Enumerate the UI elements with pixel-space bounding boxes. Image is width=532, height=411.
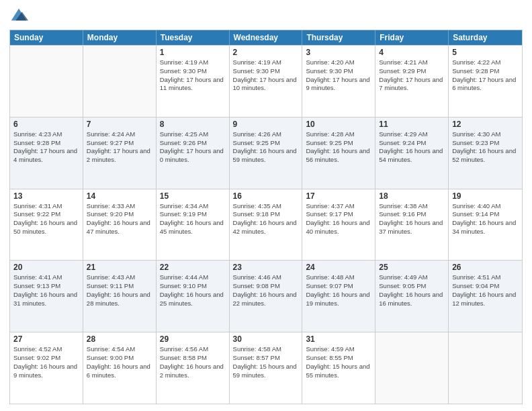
day-number: 26 — [452, 263, 519, 272]
day-number: 1 — [160, 48, 226, 57]
calendar-cell: 15Sunrise: 4:34 AM Sunset: 9:19 PM Dayli… — [157, 189, 230, 261]
day-info: Sunrise: 4:23 AM Sunset: 9:28 PM Dayligh… — [13, 130, 79, 165]
day-number: 3 — [306, 48, 371, 57]
calendar-row: 27Sunrise: 4:52 AM Sunset: 9:02 PM Dayli… — [10, 332, 522, 404]
day-number: 13 — [13, 191, 79, 201]
calendar-cell: 30Sunrise: 4:58 AM Sunset: 8:57 PM Dayli… — [230, 332, 303, 404]
day-info: Sunrise: 4:48 AM Sunset: 9:07 PM Dayligh… — [306, 273, 371, 308]
calendar-cell: 23Sunrise: 4:46 AM Sunset: 9:08 PM Dayli… — [230, 261, 303, 332]
calendar-cell: 9Sunrise: 4:26 AM Sunset: 9:25 PM Daylig… — [230, 118, 303, 189]
calendar-row: 13Sunrise: 4:31 AM Sunset: 9:22 PM Dayli… — [10, 189, 522, 261]
day-info: Sunrise: 4:38 AM Sunset: 9:16 PM Dayligh… — [379, 202, 445, 236]
day-info: Sunrise: 4:29 AM Sunset: 9:24 PM Dayligh… — [379, 130, 445, 165]
day-info: Sunrise: 4:21 AM Sunset: 9:29 PM Dayligh… — [379, 58, 445, 93]
day-number: 11 — [379, 120, 445, 129]
calendar-cell: 8Sunrise: 4:25 AM Sunset: 9:26 PM Daylig… — [157, 118, 230, 189]
day-info: Sunrise: 4:52 AM Sunset: 9:02 PM Dayligh… — [13, 345, 79, 379]
weekday-header: Thursday — [302, 30, 375, 45]
calendar-cell: 13Sunrise: 4:31 AM Sunset: 9:22 PM Dayli… — [10, 189, 83, 261]
calendar-cell: 29Sunrise: 4:56 AM Sunset: 8:58 PM Dayli… — [157, 332, 230, 404]
day-info: Sunrise: 4:49 AM Sunset: 9:05 PM Dayligh… — [379, 273, 445, 308]
weekday-header: Friday — [375, 30, 449, 45]
calendar-cell: 28Sunrise: 4:54 AM Sunset: 9:00 PM Dayli… — [83, 332, 157, 404]
day-number: 28 — [87, 334, 152, 344]
day-info: Sunrise: 4:19 AM Sunset: 9:30 PM Dayligh… — [233, 58, 299, 93]
page: SundayMondayTuesdayWednesdayThursdayFrid… — [0, 0, 532, 411]
calendar-cell — [10, 46, 83, 117]
weekday-header: Saturday — [449, 30, 522, 45]
day-number: 21 — [87, 263, 152, 272]
day-info: Sunrise: 4:28 AM Sunset: 9:25 PM Dayligh… — [306, 130, 371, 165]
calendar-cell: 26Sunrise: 4:51 AM Sunset: 9:04 PM Dayli… — [449, 261, 522, 332]
calendar-cell: 11Sunrise: 4:29 AM Sunset: 9:24 PM Dayli… — [375, 118, 449, 189]
day-number: 19 — [452, 191, 519, 201]
calendar-cell: 16Sunrise: 4:35 AM Sunset: 9:18 PM Dayli… — [230, 189, 303, 261]
day-info: Sunrise: 4:56 AM Sunset: 8:58 PM Dayligh… — [160, 345, 226, 379]
calendar-cell: 10Sunrise: 4:28 AM Sunset: 9:25 PM Dayli… — [302, 118, 375, 189]
calendar-cell — [83, 46, 157, 117]
day-number: 29 — [160, 334, 226, 344]
day-info: Sunrise: 4:34 AM Sunset: 9:19 PM Dayligh… — [160, 202, 226, 236]
day-number: 22 — [160, 263, 226, 272]
day-info: Sunrise: 4:25 AM Sunset: 9:26 PM Dayligh… — [160, 130, 226, 165]
calendar-cell: 24Sunrise: 4:48 AM Sunset: 9:07 PM Dayli… — [302, 261, 375, 332]
day-number: 18 — [379, 191, 445, 201]
day-number: 10 — [306, 120, 371, 129]
calendar-cell: 5Sunrise: 4:22 AM Sunset: 9:28 PM Daylig… — [449, 46, 522, 117]
calendar-row: 1Sunrise: 4:19 AM Sunset: 9:30 PM Daylig… — [10, 45, 522, 117]
day-number: 16 — [233, 191, 299, 201]
calendar-cell: 7Sunrise: 4:24 AM Sunset: 9:27 PM Daylig… — [83, 118, 157, 189]
day-info: Sunrise: 4:26 AM Sunset: 9:25 PM Dayligh… — [233, 130, 299, 165]
calendar-cell: 14Sunrise: 4:33 AM Sunset: 9:20 PM Dayli… — [83, 189, 157, 261]
calendar-cell: 27Sunrise: 4:52 AM Sunset: 9:02 PM Dayli… — [10, 332, 83, 404]
weekday-header: Monday — [83, 30, 157, 45]
day-number: 9 — [233, 120, 299, 129]
day-number: 15 — [160, 191, 226, 201]
day-info: Sunrise: 4:44 AM Sunset: 9:10 PM Dayligh… — [160, 273, 226, 308]
weekday-header: Sunday — [10, 30, 83, 45]
day-info: Sunrise: 4:22 AM Sunset: 9:28 PM Dayligh… — [452, 58, 519, 93]
day-info: Sunrise: 4:46 AM Sunset: 9:08 PM Dayligh… — [233, 273, 299, 308]
calendar-body: 1Sunrise: 4:19 AM Sunset: 9:30 PM Daylig… — [10, 45, 522, 404]
calendar-cell: 20Sunrise: 4:41 AM Sunset: 9:13 PM Dayli… — [10, 261, 83, 332]
calendar-cell: 18Sunrise: 4:38 AM Sunset: 9:16 PM Dayli… — [375, 189, 449, 261]
calendar-cell: 25Sunrise: 4:49 AM Sunset: 9:05 PM Dayli… — [375, 261, 449, 332]
day-info: Sunrise: 4:35 AM Sunset: 9:18 PM Dayligh… — [233, 202, 299, 236]
weekday-header: Tuesday — [157, 30, 230, 45]
day-info: Sunrise: 4:37 AM Sunset: 9:17 PM Dayligh… — [306, 202, 371, 236]
day-info: Sunrise: 4:33 AM Sunset: 9:20 PM Dayligh… — [87, 202, 152, 236]
logo — [9, 7, 31, 26]
calendar-row: 6Sunrise: 4:23 AM Sunset: 9:28 PM Daylig… — [10, 117, 522, 189]
day-number: 8 — [160, 120, 226, 129]
day-info: Sunrise: 4:30 AM Sunset: 9:23 PM Dayligh… — [452, 130, 519, 165]
day-number: 2 — [233, 48, 299, 57]
calendar-header: SundayMondayTuesdayWednesdayThursdayFrid… — [10, 30, 522, 45]
calendar-cell: 31Sunrise: 4:59 AM Sunset: 8:55 PM Dayli… — [302, 332, 375, 404]
calendar-cell: 4Sunrise: 4:21 AM Sunset: 9:29 PM Daylig… — [375, 46, 449, 117]
day-info: Sunrise: 4:41 AM Sunset: 9:13 PM Dayligh… — [13, 273, 79, 308]
weekday-header: Wednesday — [230, 30, 303, 45]
logo-icon — [9, 7, 28, 26]
day-info: Sunrise: 4:24 AM Sunset: 9:27 PM Dayligh… — [87, 130, 152, 165]
calendar-cell: 17Sunrise: 4:37 AM Sunset: 9:17 PM Dayli… — [302, 189, 375, 261]
calendar-cell — [375, 332, 449, 404]
day-number: 14 — [87, 191, 152, 201]
day-number: 23 — [233, 263, 299, 272]
calendar-cell: 12Sunrise: 4:30 AM Sunset: 9:23 PM Dayli… — [449, 118, 522, 189]
day-number: 27 — [13, 334, 79, 344]
calendar: SundayMondayTuesdayWednesdayThursdayFrid… — [9, 30, 523, 404]
day-info: Sunrise: 4:58 AM Sunset: 8:57 PM Dayligh… — [233, 345, 299, 379]
day-info: Sunrise: 4:54 AM Sunset: 9:00 PM Dayligh… — [87, 345, 152, 379]
calendar-cell: 21Sunrise: 4:43 AM Sunset: 9:11 PM Dayli… — [83, 261, 157, 332]
calendar-cell: 1Sunrise: 4:19 AM Sunset: 9:30 PM Daylig… — [157, 46, 230, 117]
day-number: 4 — [379, 48, 445, 57]
day-info: Sunrise: 4:19 AM Sunset: 9:30 PM Dayligh… — [160, 58, 226, 93]
day-number: 31 — [306, 334, 371, 344]
day-info: Sunrise: 4:20 AM Sunset: 9:30 PM Dayligh… — [306, 58, 371, 93]
calendar-cell — [449, 332, 522, 404]
calendar-cell: 3Sunrise: 4:20 AM Sunset: 9:30 PM Daylig… — [302, 46, 375, 117]
day-number: 5 — [452, 48, 519, 57]
calendar-cell: 6Sunrise: 4:23 AM Sunset: 9:28 PM Daylig… — [10, 118, 83, 189]
day-number: 25 — [379, 263, 445, 272]
calendar-row: 20Sunrise: 4:41 AM Sunset: 9:13 PM Dayli… — [10, 260, 522, 332]
